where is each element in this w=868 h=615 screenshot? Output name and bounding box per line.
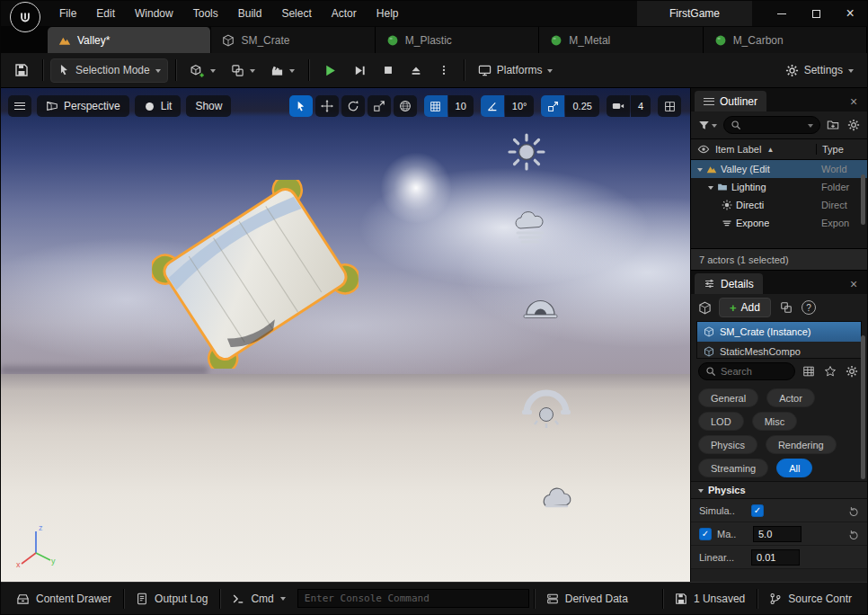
outliner-settings-button[interactable]	[846, 117, 862, 133]
world-local-toggle[interactable]	[394, 95, 417, 117]
camera-speed-button[interactable]	[607, 95, 630, 117]
filter-lod[interactable]: LOD	[698, 412, 744, 431]
rotation-snap-toggle[interactable]	[481, 95, 504, 117]
menu-item-window[interactable]: Window	[125, 3, 183, 24]
menu-item-edit[interactable]: Edit	[86, 3, 125, 24]
menu-item-select[interactable]: Select	[271, 3, 321, 24]
mass-value-input[interactable]	[753, 526, 802, 542]
outliner-tab[interactable]: Outliner	[695, 91, 766, 111]
play-button[interactable]	[316, 58, 344, 83]
settings-dropdown[interactable]: Settings	[779, 58, 860, 83]
filter-actor[interactable]: Actor	[766, 388, 815, 407]
expand-arrow-icon[interactable]	[708, 186, 713, 192]
add-component-button[interactable]: Add	[719, 298, 771, 317]
derived-data-button[interactable]: Derived Data	[539, 588, 635, 610]
outliner-scrollbar[interactable]	[861, 174, 865, 225]
rotation-snap-value[interactable]: 10°	[505, 95, 535, 117]
outliner-row-valley[interactable]: Valley (Edit World	[691, 160, 867, 178]
eject-button[interactable]	[403, 58, 429, 83]
play-options-kebab[interactable]	[431, 58, 456, 83]
favorites-button[interactable]	[822, 363, 838, 379]
filter-all[interactable]: All	[776, 459, 812, 477]
mass-override-checkbox[interactable]	[699, 528, 712, 540]
maximize-viewport-button[interactable]	[658, 95, 681, 117]
simulate-physics-checkbox[interactable]	[751, 504, 764, 517]
component-row-static-mesh[interactable]: StaticMeshCompo	[697, 342, 861, 359]
outliner-row-directional-light[interactable]: Directi Direct	[691, 196, 867, 214]
tab-m-plastic[interactable]: M_Plastic	[376, 27, 539, 53]
unsaved-button[interactable]: 1 Unsaved	[668, 588, 752, 610]
viewport-options-button[interactable]	[8, 95, 31, 117]
platforms-dropdown[interactable]: Platforms	[472, 58, 560, 83]
column-type[interactable]: Type	[816, 144, 861, 155]
details-scrollbar[interactable]	[861, 335, 865, 479]
outliner-row-height-fog[interactable]: Expone Expon	[691, 214, 867, 232]
sky-light-sprite[interactable]	[520, 380, 572, 432]
details-settings-button[interactable]	[844, 363, 860, 379]
rotate-tool-button[interactable]	[341, 95, 365, 117]
scale-tool-button[interactable]	[368, 95, 391, 117]
console-command-input[interactable]	[297, 589, 529, 608]
minimize-button[interactable]	[765, 1, 799, 26]
outliner-search-input[interactable]	[746, 120, 803, 130]
source-control-button[interactable]: Source Contr	[762, 588, 859, 610]
reset-to-default-button[interactable]	[848, 505, 859, 516]
crate-actor-selected[interactable]	[152, 180, 359, 369]
cmd-dropdown[interactable]: Cmd	[225, 588, 292, 610]
menu-item-actor[interactable]: Actor	[322, 3, 367, 24]
show-dropdown[interactable]: Show	[186, 95, 231, 117]
outliner-close-button[interactable]	[844, 91, 864, 111]
filter-physics[interactable]: Physics	[698, 435, 757, 454]
menu-item-help[interactable]: Help	[367, 3, 409, 24]
menu-item-tools[interactable]: Tools	[183, 3, 228, 24]
tab-valley[interactable]: Valley*	[48, 27, 211, 53]
filter-misc[interactable]: Misc	[752, 412, 798, 431]
move-tool-button[interactable]	[315, 95, 339, 117]
maximize-button[interactable]	[799, 1, 833, 26]
viewport-3d[interactable]: z x y Perspective Lit Show	[1, 88, 690, 582]
select-tool-button[interactable]	[289, 95, 313, 117]
expand-arrow-icon[interactable]	[697, 168, 703, 174]
tab-m-metal[interactable]: M_Metal	[539, 27, 703, 53]
details-search-input[interactable]	[721, 366, 788, 377]
filter-rendering[interactable]: Rendering	[766, 435, 837, 454]
physics-section-header[interactable]: Physics	[691, 481, 867, 499]
outliner-filter-button[interactable]	[696, 118, 719, 133]
view-mode-dropdown[interactable]: Lit	[135, 95, 182, 117]
details-tab[interactable]: Details	[695, 273, 763, 294]
stop-button[interactable]	[376, 58, 401, 83]
grid-snap-toggle[interactable]	[424, 95, 447, 117]
height-fog-sprite[interactable]	[522, 289, 559, 321]
new-folder-button[interactable]	[825, 117, 841, 133]
component-options-button[interactable]	[778, 299, 794, 316]
outliner-row-lighting[interactable]: Lighting Folder	[691, 178, 867, 196]
frame-skip-button[interactable]	[347, 58, 373, 83]
close-button[interactable]	[833, 1, 867, 26]
sky-atmosphere-sprite[interactable]	[509, 209, 551, 246]
unreal-logo-icon[interactable]	[10, 2, 40, 32]
camera-speed-value[interactable]: 4	[631, 95, 651, 117]
content-drawer-button[interactable]: Content Drawer	[9, 588, 119, 610]
menu-item-build[interactable]: Build	[228, 3, 272, 24]
volumetric-cloud-sprite[interactable]	[538, 482, 574, 511]
blueprints-button[interactable]	[225, 58, 261, 83]
linear-damping-input[interactable]	[751, 549, 800, 566]
eye-icon[interactable]	[697, 143, 710, 156]
matrix-view-button[interactable]	[801, 363, 817, 379]
filter-streaming[interactable]: Streaming	[698, 459, 768, 477]
scale-snap-toggle[interactable]	[541, 95, 564, 117]
cinematics-button[interactable]	[264, 58, 301, 83]
add-actor-button[interactable]	[183, 58, 222, 83]
output-log-button[interactable]: Output Log	[128, 588, 215, 610]
filter-general[interactable]: General	[698, 388, 758, 407]
column-item-label[interactable]: Item Label	[715, 144, 761, 155]
tab-sm-crate[interactable]: SM_Crate	[211, 27, 375, 53]
tab-m-carbon[interactable]: M_Carbon	[704, 27, 867, 53]
details-close-button[interactable]	[844, 273, 864, 294]
grid-snap-value[interactable]: 10	[448, 95, 474, 117]
perspective-dropdown[interactable]: Perspective	[37, 95, 129, 117]
help-button[interactable]	[802, 300, 816, 315]
scale-snap-value[interactable]: 0.25	[565, 95, 598, 117]
reset-to-default-button[interactable]	[848, 529, 859, 539]
directional-light-sprite[interactable]	[507, 132, 546, 172]
